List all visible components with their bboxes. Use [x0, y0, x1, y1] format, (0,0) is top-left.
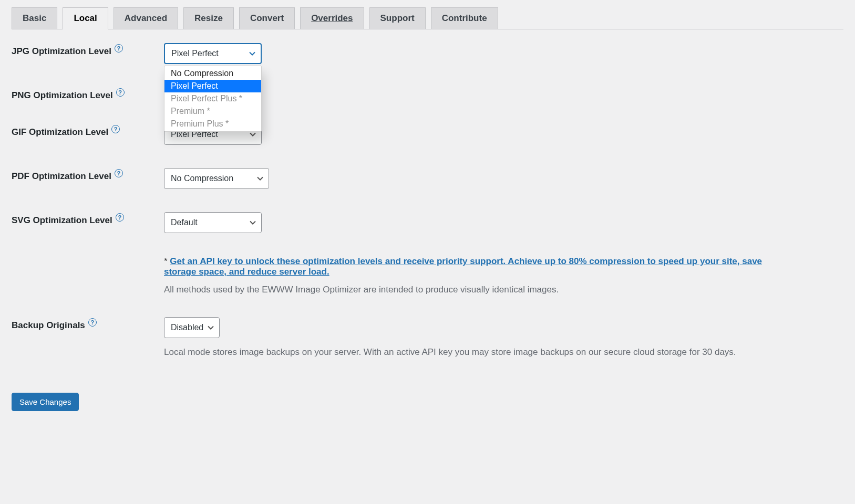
label-text: JPG Optimization Level	[12, 46, 111, 57]
chevron-down-icon	[250, 131, 256, 138]
star: *	[164, 256, 170, 266]
tab-local[interactable]: Local	[63, 7, 108, 29]
field-jpg: Pixel Perfect No Compression Pixel Perfe…	[164, 43, 843, 64]
select-value: Disabled	[171, 323, 203, 332]
help-icon[interactable]: ?	[116, 88, 125, 97]
dropdown-option[interactable]: Pixel Perfect	[164, 80, 261, 92]
help-icon[interactable]: ?	[115, 44, 123, 52]
chevron-down-icon	[250, 219, 256, 226]
row-svg: SVG Optimization Level ? Default	[12, 212, 843, 233]
select-pdf[interactable]: No Compression	[164, 168, 269, 189]
label-text: Backup Originals	[12, 320, 85, 331]
tab-label: Local	[74, 13, 97, 23]
label-text: GIF Optimization Level	[12, 127, 108, 138]
save-button[interactable]: Save Changes	[12, 393, 79, 411]
select-backup[interactable]: Disabled	[164, 317, 220, 338]
field-svg: Default	[164, 212, 843, 233]
dropdown-jpg-options: No Compression Pixel Perfect Pixel Perfe…	[164, 66, 262, 132]
tab-resize[interactable]: Resize	[183, 7, 234, 29]
tab-label: Resize	[194, 13, 223, 23]
tab-advanced[interactable]: Advanced	[114, 7, 178, 29]
label-text: SVG Optimization Level	[12, 215, 112, 226]
chevron-down-icon	[249, 50, 255, 57]
help-icon[interactable]: ?	[116, 213, 124, 222]
label-png: PNG Optimization Level ?	[12, 87, 164, 101]
api-key-note: * Get an API key to unlock these optimiz…	[164, 256, 768, 277]
field-gif: Pixel Perfect	[164, 124, 843, 145]
chevron-down-icon	[208, 324, 214, 331]
tab-label: Support	[380, 13, 415, 23]
tab-label: Basic	[23, 13, 46, 23]
help-icon[interactable]: ?	[115, 169, 123, 177]
dropdown-option[interactable]: Premium *	[164, 105, 261, 118]
row-backup: Backup Originals ? Disabled Local mode s…	[12, 317, 843, 359]
label-svg: SVG Optimization Level ?	[12, 212, 164, 226]
label-text: PDF Optimization Level	[12, 171, 111, 182]
chevron-down-icon	[257, 175, 263, 182]
row-gif: GIF Optimization Level ? Pixel Perfect	[12, 124, 843, 145]
select-svg[interactable]: Default	[164, 212, 262, 233]
tab-contribute[interactable]: Contribute	[431, 7, 498, 29]
select-value: Default	[171, 218, 198, 227]
tab-label: Convert	[250, 13, 284, 23]
help-icon[interactable]: ?	[88, 318, 97, 327]
field-backup: Disabled Local mode stores image backups…	[164, 317, 843, 359]
label-gif: GIF Optimization Level ?	[12, 124, 164, 138]
backup-description: Local mode stores image backups on your …	[164, 345, 742, 359]
select-jpg[interactable]: Pixel Perfect	[164, 43, 262, 64]
row-jpg: JPG Optimization Level ? Pixel Perfect N…	[12, 43, 843, 64]
select-value: Pixel Perfect	[171, 49, 219, 58]
dropdown-option[interactable]: Premium Plus *	[164, 118, 261, 130]
select-value: No Compression	[171, 174, 233, 183]
tab-basic[interactable]: Basic	[12, 7, 57, 29]
dropdown-option[interactable]: Pixel Perfect Plus *	[164, 92, 261, 105]
info-block: * Get an API key to unlock these optimiz…	[164, 256, 768, 295]
row-png: PNG Optimization Level ?	[12, 87, 843, 101]
tab-overrides[interactable]: Overrides	[300, 7, 364, 29]
methods-note: All methods used by the EWWW Image Optim…	[164, 285, 768, 295]
help-icon[interactable]: ?	[111, 125, 120, 133]
label-backup: Backup Originals ?	[12, 317, 164, 331]
tab-label: Advanced	[125, 13, 167, 23]
api-key-link[interactable]: Get an API key to unlock these optimizat…	[164, 256, 762, 277]
tab-bar: Basic Local Advanced Resize Convert Over…	[12, 7, 843, 29]
dropdown-option[interactable]: No Compression	[164, 67, 261, 80]
tab-label: Overrides	[311, 13, 353, 23]
tab-label: Contribute	[442, 13, 487, 23]
label-text: PNG Optimization Level	[12, 90, 113, 101]
label-jpg: JPG Optimization Level ?	[12, 43, 164, 57]
label-pdf: PDF Optimization Level ?	[12, 168, 164, 182]
field-pdf: No Compression	[164, 168, 843, 189]
tab-convert[interactable]: Convert	[239, 7, 295, 29]
settings-form: JPG Optimization Level ? Pixel Perfect N…	[12, 43, 843, 359]
row-pdf: PDF Optimization Level ? No Compression	[12, 168, 843, 189]
tab-support[interactable]: Support	[369, 7, 426, 29]
